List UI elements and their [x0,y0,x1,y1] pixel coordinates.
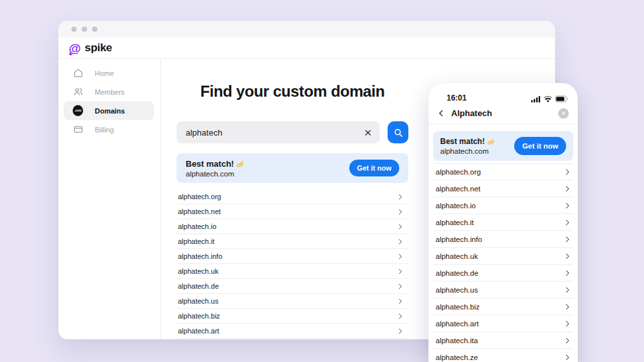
best-match-card: Best match! alphatech.com Get it now [177,153,408,183]
members-icon [73,87,83,97]
sidebar-item-domains[interactable]: .com Domains [64,101,154,120]
sidebar-item-label: Domains [95,107,125,115]
domain-name: alphatech.biz [178,312,220,320]
domain-list-item[interactable]: alphatech.uk [177,264,408,279]
domain-list-item[interactable]: alphatech.io [177,219,408,234]
domain-name: alphatech.info [178,252,223,260]
best-match-domain: alphatech.com [440,147,514,155]
chevron-right-icon [397,239,403,245]
dot-com-icon: .com [73,106,83,116]
search-input[interactable]: alphatech ✕ [177,121,380,143]
ok-hand-icon [487,138,495,145]
domain-name: alphatech.biz [436,303,480,311]
domain-name: alphatech.io [178,223,216,230]
domain-name: alphatech.org [436,168,481,176]
domain-name: alphatech.net [436,185,480,193]
domain-name: alphatech.io [436,202,476,210]
clear-search-icon[interactable]: ✕ [364,128,372,138]
chevron-right-icon [397,224,403,230]
domain-list-item[interactable]: alphatech.art [433,315,573,332]
domain-name: alphatech.us [436,286,478,294]
sidebar-item-label: Billing [95,126,114,134]
domain-list-item[interactable]: alphatech.uk [433,248,573,265]
traffic-light-icon[interactable] [82,27,87,32]
domain-name: alphatech.de [436,269,478,277]
chevron-left-icon[interactable] [438,110,445,117]
sidebar-item-home[interactable]: Home [64,64,154,82]
domain-name: alphatech.art [178,327,219,335]
domain-list-item[interactable]: alphatech.it [433,214,573,231]
domain-list-item[interactable]: alphatech.us [177,294,408,309]
domain-list-item[interactable]: alphatech.org [177,189,408,204]
chevron-right-icon [564,320,571,327]
close-icon[interactable]: ✕ [558,108,569,119]
billing-icon [73,125,83,135]
domain-name: alphatech.ze [436,354,478,361]
domain-list-item[interactable]: alphatech.net [177,204,408,219]
phone-best-match-card: Best match! alphatech.com Get it now [433,131,573,161]
phone-nav-bar: Alphatech ✕ [428,103,578,125]
phone-page-title: Alphatech [451,108,552,118]
domain-list-item[interactable]: alphatech.art [177,324,408,339]
domain-list-item[interactable]: alphatech.org [433,163,573,180]
chevron-right-icon [564,236,571,243]
status-time: 16:01 [447,93,467,103]
chevron-right-icon [397,298,403,304]
chevron-right-icon [564,270,571,276]
chevron-right-icon [397,269,403,274]
get-it-now-button[interactable]: Get it now [514,137,566,155]
domain-list-item[interactable]: alphatech.de [177,279,408,294]
chevron-right-icon [564,253,571,259]
traffic-light-icon[interactable] [71,27,77,32]
domain-list-item[interactable]: alphatech.biz [433,298,573,315]
chevron-right-icon [397,313,403,319]
sidebar: Home Members .com Domains Billing [58,59,161,339]
get-it-now-button[interactable]: Get it now [349,160,399,176]
ok-hand-icon [236,160,244,168]
best-match-title: Best match! [186,159,234,169]
domain-name: alphatech.uk [178,267,218,275]
domain-name: alphatech.ita [436,337,478,344]
domain-name: alphatech.it [178,237,214,245]
spike-logo-text: spike [85,42,112,54]
search-button[interactable] [388,121,408,143]
domain-list-item[interactable]: alphatech.info [177,249,408,264]
domain-name: alphatech.org [178,193,221,200]
domain-name: alphatech.net [178,208,221,215]
domain-list-item[interactable]: alphatech.biz [177,309,408,324]
chevron-right-icon [564,304,571,310]
battery-icon [555,95,569,103]
main-content: Find your custom domain alphatech ✕ Best… [161,59,408,339]
chevron-right-icon [564,337,571,344]
domain-list-item[interactable]: alphatech.net [433,180,573,197]
domain-list-item[interactable]: alphatech.us [433,282,573,298]
chevron-right-icon [397,328,403,334]
sidebar-item-label: Home [95,69,114,77]
spike-logo-icon: @ [69,42,81,54]
window-titlebar [58,21,555,38]
domain-list-item[interactable]: alphatech.info [433,231,573,248]
chevron-right-icon [564,219,571,226]
sidebar-item-members[interactable]: Members [64,82,154,101]
domain-list-item[interactable]: alphatech.ze [433,349,573,362]
search-input-value: alphatech [186,128,364,138]
traffic-light-icon[interactable] [92,27,97,32]
domain-name: alphatech.info [436,235,482,243]
chevron-right-icon [397,284,403,289]
cellular-icon [531,96,541,103]
sidebar-item-billing[interactable]: Billing [64,120,154,139]
search-row: alphatech ✕ [177,121,408,143]
phone-status-bar: 16:01 [428,83,578,103]
phone-mockup: 16:01 Alphatech ✕ Best match! [428,83,578,362]
domain-name: alphatech.art [436,320,479,328]
chevron-right-icon [564,169,571,175]
domain-list-item[interactable]: alphatech.it [177,234,408,249]
chevron-right-icon [564,354,571,361]
domain-list-item[interactable]: alphatech.io [433,197,573,214]
best-match-domain: alphatech.com [186,170,349,178]
chevron-right-icon [397,194,403,200]
domain-list-item[interactable]: alphatech.de [433,265,573,282]
page-title: Find your custom domain [177,82,408,101]
sidebar-item-label: Members [95,88,125,96]
domain-list-item[interactable]: alphatech.ita [433,332,573,349]
